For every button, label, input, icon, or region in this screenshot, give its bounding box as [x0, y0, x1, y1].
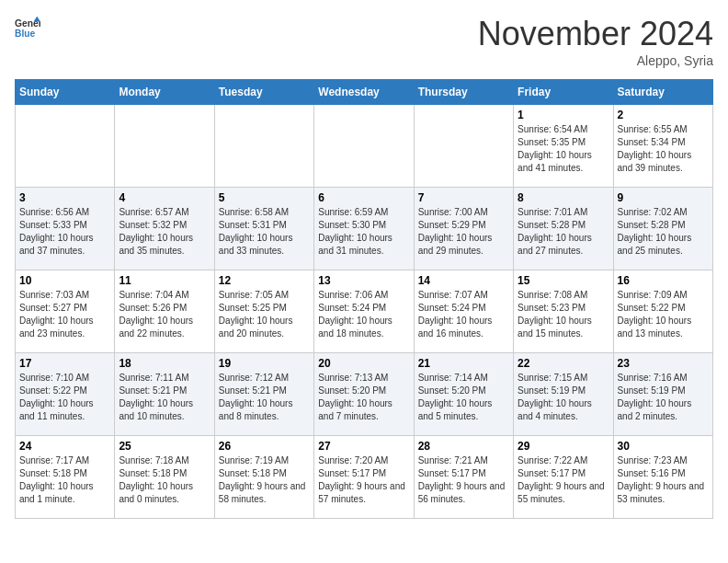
day-info: Sunrise: 7:00 AM Sunset: 5:29 PM Dayligh… [418, 206, 509, 258]
day-info: Sunrise: 7:05 AM Sunset: 5:25 PM Dayligh… [219, 289, 310, 340]
day-number: 26 [219, 440, 310, 453]
day-number: 18 [119, 357, 210, 370]
logo: General Blue [15, 15, 40, 40]
calendar-cell: 12Sunrise: 7:05 AM Sunset: 5:25 PM Dayli… [214, 270, 313, 353]
day-info: Sunrise: 7:18 AM Sunset: 5:18 PM Dayligh… [119, 454, 210, 506]
day-number: 15 [518, 274, 609, 287]
day-info: Sunrise: 7:23 AM Sunset: 5:16 PM Dayligh… [618, 454, 709, 506]
calendar-cell [16, 105, 115, 188]
day-info: Sunrise: 7:08 AM Sunset: 5:23 PM Dayligh… [518, 289, 609, 340]
logo-icon: General Blue [15, 15, 40, 40]
day-number: 13 [318, 274, 409, 287]
day-info: Sunrise: 7:13 AM Sunset: 5:20 PM Dayligh… [318, 372, 409, 423]
day-number: 25 [119, 440, 210, 453]
day-info: Sunrise: 7:12 AM Sunset: 5:21 PM Dayligh… [219, 372, 310, 423]
day-info: Sunrise: 7:14 AM Sunset: 5:20 PM Dayligh… [418, 372, 509, 423]
calendar-cell: 26Sunrise: 7:19 AM Sunset: 5:18 PM Dayli… [214, 436, 313, 519]
day-number: 12 [219, 274, 310, 287]
day-info: Sunrise: 6:55 AM Sunset: 5:34 PM Dayligh… [618, 123, 709, 175]
calendar-cell: 21Sunrise: 7:14 AM Sunset: 5:20 PM Dayli… [414, 353, 513, 436]
day-number: 22 [518, 357, 609, 370]
week-row-4: 17Sunrise: 7:10 AM Sunset: 5:22 PM Dayli… [16, 353, 713, 436]
calendar-cell: 14Sunrise: 7:07 AM Sunset: 5:24 PM Dayli… [414, 270, 513, 353]
day-info: Sunrise: 7:07 AM Sunset: 5:24 PM Dayligh… [418, 289, 509, 340]
calendar-table: SundayMondayTuesdayWednesdayThursdayFrid… [15, 79, 713, 519]
day-number: 9 [618, 191, 709, 204]
calendar-cell: 18Sunrise: 7:11 AM Sunset: 5:21 PM Dayli… [115, 353, 214, 436]
day-info: Sunrise: 7:01 AM Sunset: 5:28 PM Dayligh… [518, 206, 609, 258]
day-info: Sunrise: 6:59 AM Sunset: 5:30 PM Dayligh… [318, 206, 409, 258]
calendar-cell: 5Sunrise: 6:58 AM Sunset: 5:31 PM Daylig… [214, 188, 313, 270]
calendar-cell: 25Sunrise: 7:18 AM Sunset: 5:18 PM Dayli… [115, 436, 214, 519]
day-info: Sunrise: 7:16 AM Sunset: 5:19 PM Dayligh… [618, 372, 709, 423]
calendar-cell: 7Sunrise: 7:00 AM Sunset: 5:29 PM Daylig… [414, 188, 513, 270]
day-number: 4 [119, 191, 210, 204]
day-number: 17 [19, 357, 110, 370]
calendar-cell: 29Sunrise: 7:22 AM Sunset: 5:17 PM Dayli… [514, 436, 613, 519]
day-info: Sunrise: 7:15 AM Sunset: 5:19 PM Dayligh… [518, 372, 609, 423]
day-info: Sunrise: 7:02 AM Sunset: 5:28 PM Dayligh… [618, 206, 709, 258]
day-info: Sunrise: 6:56 AM Sunset: 5:33 PM Dayligh… [19, 206, 110, 258]
day-info: Sunrise: 6:54 AM Sunset: 5:35 PM Dayligh… [518, 123, 609, 175]
calendar-cell: 16Sunrise: 7:09 AM Sunset: 5:22 PM Dayli… [613, 270, 712, 353]
title-block: November 2024 Aleppo, Syria [478, 15, 713, 68]
day-number: 30 [618, 440, 709, 453]
day-info: Sunrise: 6:57 AM Sunset: 5:32 PM Dayligh… [119, 206, 210, 258]
calendar-cell: 15Sunrise: 7:08 AM Sunset: 5:23 PM Dayli… [514, 270, 613, 353]
day-info: Sunrise: 7:10 AM Sunset: 5:22 PM Dayligh… [19, 372, 110, 423]
day-number: 19 [219, 357, 310, 370]
day-header-monday: Monday [115, 80, 214, 105]
week-row-1: 1Sunrise: 6:54 AM Sunset: 5:35 PM Daylig… [16, 105, 713, 188]
day-number: 10 [19, 274, 110, 287]
week-row-2: 3Sunrise: 6:56 AM Sunset: 5:33 PM Daylig… [16, 188, 713, 270]
calendar-cell: 2Sunrise: 6:55 AM Sunset: 5:34 PM Daylig… [613, 105, 712, 188]
svg-text:Blue: Blue [15, 29, 36, 39]
calendar-cell: 3Sunrise: 6:56 AM Sunset: 5:33 PM Daylig… [16, 188, 115, 270]
day-number: 7 [418, 191, 509, 204]
day-number: 16 [618, 274, 709, 287]
calendar-cell: 6Sunrise: 6:59 AM Sunset: 5:30 PM Daylig… [314, 188, 414, 270]
day-number: 27 [318, 440, 409, 453]
day-number: 21 [418, 357, 509, 370]
day-number: 3 [19, 191, 110, 204]
calendar-cell [214, 105, 313, 188]
week-row-3: 10Sunrise: 7:03 AM Sunset: 5:27 PM Dayli… [16, 270, 713, 353]
calendar-header-row: SundayMondayTuesdayWednesdayThursdayFrid… [16, 80, 713, 105]
day-header-tuesday: Tuesday [214, 80, 313, 105]
calendar-cell: 30Sunrise: 7:23 AM Sunset: 5:16 PM Dayli… [613, 436, 712, 519]
day-number: 11 [119, 274, 210, 287]
day-info: Sunrise: 7:21 AM Sunset: 5:17 PM Dayligh… [418, 454, 509, 506]
calendar-cell: 8Sunrise: 7:01 AM Sunset: 5:28 PM Daylig… [514, 188, 613, 270]
calendar-cell: 4Sunrise: 6:57 AM Sunset: 5:32 PM Daylig… [115, 188, 214, 270]
day-header-friday: Friday [514, 80, 613, 105]
calendar-cell: 11Sunrise: 7:04 AM Sunset: 5:26 PM Dayli… [115, 270, 214, 353]
day-info: Sunrise: 7:04 AM Sunset: 5:26 PM Dayligh… [119, 289, 210, 340]
calendar-cell: 28Sunrise: 7:21 AM Sunset: 5:17 PM Dayli… [414, 436, 513, 519]
calendar-cell: 1Sunrise: 6:54 AM Sunset: 5:35 PM Daylig… [514, 105, 613, 188]
day-number: 23 [618, 357, 709, 370]
day-header-wednesday: Wednesday [314, 80, 414, 105]
day-header-thursday: Thursday [414, 80, 513, 105]
calendar-cell: 27Sunrise: 7:20 AM Sunset: 5:17 PM Dayli… [314, 436, 414, 519]
day-info: Sunrise: 7:03 AM Sunset: 5:27 PM Dayligh… [19, 289, 110, 340]
day-header-sunday: Sunday [16, 80, 115, 105]
day-number: 1 [518, 109, 609, 121]
page-header: General Blue November 2024 Aleppo, Syria [15, 15, 713, 68]
day-number: 24 [19, 440, 110, 453]
calendar-cell: 23Sunrise: 7:16 AM Sunset: 5:19 PM Dayli… [613, 353, 712, 436]
calendar-cell: 10Sunrise: 7:03 AM Sunset: 5:27 PM Dayli… [16, 270, 115, 353]
day-info: Sunrise: 7:17 AM Sunset: 5:18 PM Dayligh… [19, 454, 110, 506]
day-number: 20 [318, 357, 409, 370]
day-number: 2 [618, 109, 709, 121]
calendar-cell [414, 105, 513, 188]
day-info: Sunrise: 7:22 AM Sunset: 5:17 PM Dayligh… [518, 454, 609, 506]
day-info: Sunrise: 7:06 AM Sunset: 5:24 PM Dayligh… [318, 289, 409, 340]
calendar-cell: 22Sunrise: 7:15 AM Sunset: 5:19 PM Dayli… [514, 353, 613, 436]
calendar-cell: 24Sunrise: 7:17 AM Sunset: 5:18 PM Dayli… [16, 436, 115, 519]
day-number: 28 [418, 440, 509, 453]
location: Aleppo, Syria [478, 53, 713, 68]
day-number: 8 [518, 191, 609, 204]
month-title: November 2024 [478, 15, 713, 53]
calendar-cell [314, 105, 414, 188]
week-row-5: 24Sunrise: 7:17 AM Sunset: 5:18 PM Dayli… [16, 436, 713, 519]
